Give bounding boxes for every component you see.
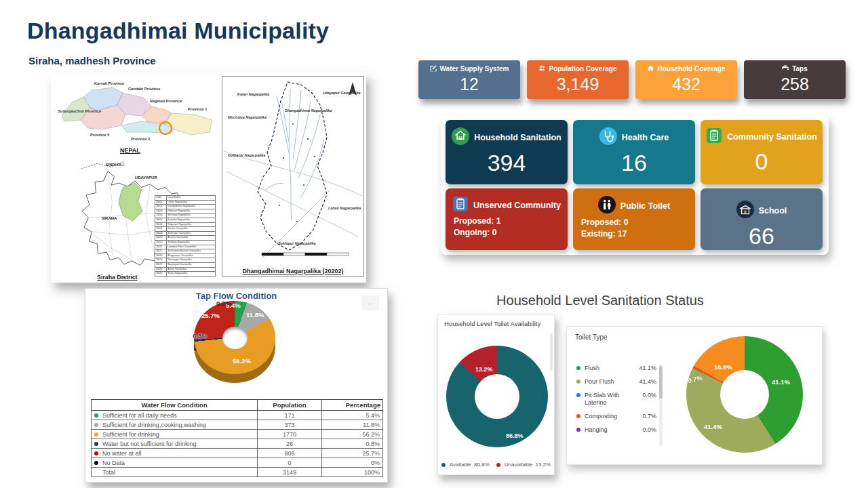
legend-item-available: Available86.8% [441, 462, 490, 468]
kpi-card-health-care: Health Care 16 [573, 120, 695, 184]
chart-menu-button[interactable]: ... [361, 296, 379, 310]
legend-scrollbar[interactable] [659, 365, 663, 446]
kpi-panel: Household Sanitation 394 Health Care 16 … [441, 115, 829, 255]
legend-dot [576, 366, 580, 370]
scale-bar [262, 253, 349, 256]
code-table-row: 26012Sakhuwanankarkatti Gaunpalika [155, 249, 216, 254]
table-row: Sufficient for drinking 1770 56.2% [92, 430, 383, 439]
label-udayapur-gp: Udayapur Gaunpalika [323, 91, 360, 95]
stat-card-water-supply: Water Supply System 12 [418, 60, 520, 99]
kpi-proposed: Proposed: 1 [446, 214, 568, 226]
code-table-row: 26006Kalyanpur Nagarpalika [155, 222, 216, 227]
siraha-caption: Siraha District [97, 274, 138, 281]
code-table-row: 26004Mirchaiya Nagarpalika [155, 214, 216, 218]
legend-dot [94, 423, 98, 427]
legend-dot [94, 461, 98, 465]
table-row: No water at all 809 25.7% [92, 449, 383, 458]
col-condition: Water Flow Condition [92, 400, 258, 411]
stat-label: Population Coverage [549, 65, 616, 73]
code-table-row: 26011Laxmipur Patari Gaunpalika [155, 245, 216, 249]
water-flow-condition-table: Water Flow Condition Population Percenta… [91, 399, 383, 477]
table-header-row: Water Flow Condition Population Percenta… [92, 400, 383, 411]
label-sukhipur: Sukhipur Nagarpalika [278, 241, 315, 245]
home-icon [647, 64, 654, 73]
kpi-card-public-toilet: Public Toilet Proposed: 0 Existing: 17 [573, 188, 695, 250]
code-table-row: 26016Aurahi Gaunpalika [155, 267, 216, 272]
slice-label-pour-flush: 41.4% [704, 423, 722, 430]
table-total-row: Total 3149 100% [92, 468, 383, 477]
school-icon [736, 201, 754, 220]
kpi-card-unserved-community: Unserved Community Proposed: 1 Ongoing: … [446, 188, 568, 250]
map-panel: Sudurpaschim Province Karnali Province G… [51, 73, 366, 283]
stat-label: Taps [792, 65, 808, 73]
label-lahan: Lahan Nagarpalika [328, 206, 361, 210]
users-icon [538, 64, 546, 73]
house-sanitation-icon [452, 127, 469, 147]
label-dhangadhimai-inner: Dhangadhimai Nagarpalika [285, 108, 332, 113]
donut-hole [720, 370, 769, 419]
stat-label: Household Coverage [657, 65, 725, 73]
legend-dot [94, 451, 98, 455]
slice-label-available: 86.8% [506, 432, 524, 439]
table-row: No Data 0 0% [92, 458, 383, 468]
slice-label-no-water: 25.7% [201, 312, 220, 319]
label-province2: Province 2 [131, 137, 150, 141]
table-row: Sufficient for drinking,cooking,washing … [92, 420, 383, 430]
col-population: Population [258, 400, 322, 411]
label-gandaki: Gandaki Province [128, 87, 160, 91]
code-table-row: 26015Bariyarpatti Gaunpalika [155, 262, 216, 267]
slice-label-flush: 41.1% [772, 378, 790, 386]
code-table-row: 26008Bishnupur Gaunpalika [155, 231, 216, 236]
unserved-community-icon [452, 196, 469, 214]
stat-value: 12 [460, 75, 479, 94]
scrollbar-thumb[interactable] [659, 366, 663, 399]
kpi-value: 66 [701, 223, 823, 249]
availability-legend: Available86.8% Unavailable13.2% [438, 462, 554, 468]
legend-dot [576, 428, 580, 432]
stat-card-household-coverage: Household Coverage 432 [635, 60, 737, 99]
dhangadhimai-map-svg: Katari Nagarpalika Udayapur Gaunpalika M… [222, 77, 363, 261]
kpi-card-household-sanitation: Household Sanitation 394 [446, 120, 568, 184]
kpi-label: Health Care [622, 133, 669, 142]
kpi-label: Unserved Community [473, 201, 561, 210]
slice-label-cooking-washing: 11.8% [246, 311, 264, 319]
label-mirchaiya: Mirchaiya Nagarpalika [228, 115, 267, 119]
nepal-caption: NEPAL [120, 147, 140, 154]
page-title: Dhangadhimai Municipality [27, 18, 329, 44]
code-table-row: 26010Sukhipur Nagarpalika [155, 240, 216, 245]
legend-dot [441, 463, 446, 467]
health-care-icon [599, 127, 617, 147]
slice-label-composting: 0.7% [687, 374, 703, 385]
legend-item-unavailable: Unavailable13.2% [496, 462, 551, 468]
code-table-row: 26002Dhangadhimai Nagarpalika [155, 205, 216, 209]
scrollbar[interactable] [550, 333, 553, 371]
toilet-type-card: Toilet Type Flush 41.1% Pour Flush 41.4%… [566, 326, 823, 465]
toilet-type-donut-chart: 16.9% 41.1% 41.4% 0.7% [686, 336, 803, 453]
local-bodies-table: CodeLocal Bodies26001Lahan Nagarpalika26… [155, 195, 216, 277]
label-sindhuli: SINDHULI [106, 163, 124, 167]
kpi-label: School [759, 206, 787, 216]
kpi-value: 394 [446, 150, 568, 176]
legend-item-pour-flush: Pour Flush 41.4% [576, 378, 656, 386]
dashboard-slide: Dhangadhimai Municipality Siraha, madhes… [0, 0, 868, 488]
code-table-row: 26003Golbazar Nagarpalika [155, 209, 216, 214]
code-table-row: 26009Arnama Gaunpalika [155, 236, 216, 241]
kpi-label: Household Sanitation [474, 133, 561, 142]
col-percentage: Percentage [321, 400, 382, 411]
kpi-label: Public Toilet [620, 201, 670, 211]
donut-hole [475, 374, 519, 419]
legend-item-hanging: Hanging 0.0% [576, 426, 656, 434]
tap-icon [782, 64, 789, 73]
label-udayapur: UDAYAPUR [135, 176, 157, 180]
stat-card-taps: Taps 258 [744, 60, 846, 99]
toilet-availability-card: Household Level Toilet Availability 13.2… [437, 314, 555, 475]
legend-item-flush: Flush 41.1% [576, 365, 656, 372]
community-sanitation-icon [706, 127, 722, 146]
toilet-type-legend: Flush 41.1% Pour Flush 41.4% Pit Slab Wi… [576, 365, 656, 434]
stat-label: Water Supply System [440, 65, 509, 73]
stat-card-population-coverage: Population Coverage 3,149 [527, 60, 629, 99]
kpi-ongoing: Ongoing: 0 [446, 226, 568, 237]
legend-dot [94, 442, 98, 446]
legend-dot [496, 463, 500, 467]
legend-item-composting: Composting 0.7% [576, 413, 656, 420]
